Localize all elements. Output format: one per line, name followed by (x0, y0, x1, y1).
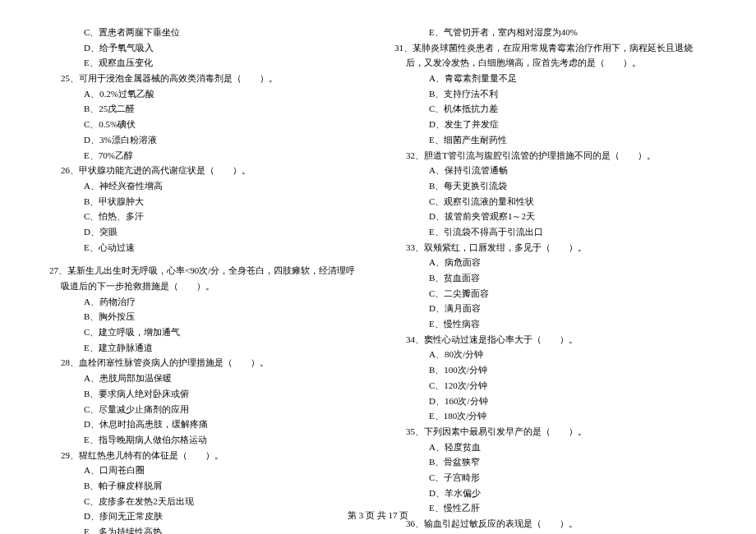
option: C、尽量减少止痛剂的应用 (49, 402, 362, 417)
question-31: 31、某肺炎球菌性炎患者，在应用常规青霉素治疗作用下，病程延长且退烧后，又发冷发… (394, 40, 707, 71)
option: B、骨盆狭窄 (394, 454, 707, 470)
option: E、指导晚期病人做伯尔格运动 (49, 432, 362, 448)
option: B、每天更换引流袋 (394, 178, 707, 194)
option: A、病危面容 (394, 255, 707, 270)
option: A、口周苍白圈 (49, 463, 362, 478)
option: D、满月面容 (394, 301, 707, 316)
question-27: 27、某新生儿出生时无呼吸，心率<90次/分，全身苍白，四肢瘫软，经清理呼吸道后… (49, 263, 362, 293)
option: C、建立呼吸，增加通气 (49, 325, 362, 340)
option: C、观察引流液的量和性状 (394, 194, 707, 209)
option: E、观察血压变化 (49, 55, 362, 71)
option: B、要求病人绝对卧床或俯 (49, 386, 362, 402)
option: B、甲状腺肿大 (49, 194, 362, 209)
option: E、多为持续性高热 (49, 524, 362, 534)
option: C、皮疹多在发热2天后出现 (49, 494, 362, 509)
option: D、给予氧气吸入 (49, 40, 362, 56)
option: A、患肢局部加温保暖 (49, 371, 362, 386)
option: B、支持疗法不利 (394, 86, 707, 102)
option: C、机体抵抗力差 (394, 101, 707, 117)
option: A、神经兴奋性增高 (49, 178, 362, 194)
option: B、100次/分钟 (394, 362, 707, 378)
question-33: 33、双颊紫红，口唇发绀，多见于（ ）。 (394, 240, 707, 255)
question-32: 32、胆道T管引流与腹腔引流管的护理措施不同的是（ ）。 (394, 148, 707, 163)
option: D、160次/分钟 (394, 394, 707, 409)
option: D、羊水偏少 (394, 486, 707, 501)
option: D、突眼 (49, 224, 362, 240)
option: E、慢性病容 (394, 316, 707, 332)
option: E、引流袋不得高于引流出口 (394, 224, 707, 240)
option: E、70%乙醇 (49, 148, 362, 163)
option: B、25戊二醛 (49, 101, 362, 117)
option: E、建立静脉通道 (49, 340, 362, 356)
option: E、180次/分钟 (394, 408, 707, 424)
question-35: 35、下列因素中最易引发早产的是（ ）。 (394, 424, 707, 440)
option: A、青霉素剂量量不足 (394, 71, 707, 86)
option: C、置患者两腿下垂坐位 (49, 25, 362, 40)
option: B、贫血面容 (394, 270, 707, 286)
option: C、子宫畸形 (394, 470, 707, 486)
question-25: 25、可用于浸泡金属器械的高效类消毒剂是（ ）。 (49, 71, 362, 86)
option: D、拔管前夹管观察1～2天 (394, 209, 707, 224)
option: C、120次/分钟 (394, 378, 707, 394)
option: C、二尖瓣面容 (394, 286, 707, 302)
option: D、发生了并发症 (394, 117, 707, 132)
option: E、心动过速 (49, 240, 362, 255)
page-footer: 第 3 页 共 17 页 (0, 509, 756, 522)
left-column: C、置患者两腿下垂坐位 D、给予氧气吸入 E、观察血压变化 25、可用于浸泡金属… (49, 25, 362, 534)
question-28: 28、血栓闭塞性脉管炎病人的护理措施是（ ）。 (49, 355, 362, 371)
option: D、休息时抬高患肢，缓解疼痛 (49, 417, 362, 432)
option: E、气管切开者，室内相对湿度为40% (394, 25, 707, 40)
question-34: 34、窦性心动过速是指心率大于（ ）。 (394, 332, 707, 348)
option: C、0.5%碘伏 (49, 117, 362, 132)
option: A、80次/分钟 (394, 347, 707, 362)
option: A、轻度贫血 (394, 440, 707, 455)
option: A、0.2%过氧乙酸 (49, 86, 362, 102)
option: E、细菌产生耐药性 (394, 132, 707, 148)
question-26: 26、甲状腺功能亢进的高代谢症状是（ ）。 (49, 163, 362, 178)
option: D、3%漂白粉溶液 (49, 132, 362, 148)
option: B、帕子糠皮样脱屑 (49, 478, 362, 494)
question-29: 29、猩红热患儿特有的体征是（ ）。 (49, 448, 362, 463)
option: B、胸外按压 (49, 309, 362, 325)
option: A、保持引流管通畅 (394, 163, 707, 178)
option: C、怕热、多汗 (49, 209, 362, 224)
right-column: E、气管切开者，室内相对湿度为40% 31、某肺炎球菌性炎患者，在应用常规青霉素… (394, 25, 707, 534)
option: A、药物治疗 (49, 294, 362, 310)
